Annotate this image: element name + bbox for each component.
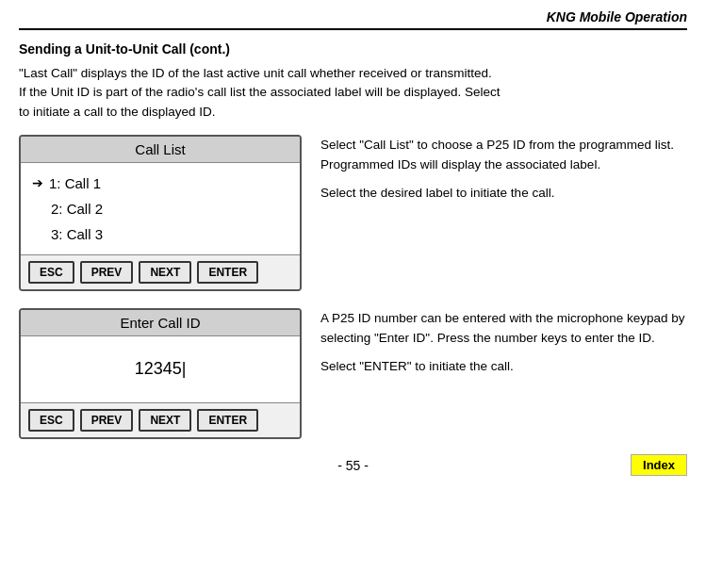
prev-button[interactable]: PREV	[80, 261, 134, 284]
enter-call-buttons: ESC PREV NEXT ENTER	[21, 402, 300, 437]
next-button[interactable]: NEXT	[139, 261, 191, 284]
prev-button-2[interactable]: PREV	[80, 409, 134, 432]
call-list-description: Select "Call List" to choose a P25 ID fr…	[320, 135, 687, 291]
header-title: KNG Mobile Operation	[547, 9, 687, 24]
call-list-title: Call List	[21, 137, 300, 163]
esc-button[interactable]: ESC	[28, 261, 74, 284]
page-header: KNG Mobile Operation	[19, 9, 687, 30]
list-item[interactable]: 1: Call 1	[32, 171, 288, 196]
enter-call-panel: Enter Call ID 12345| ESC PREV NEXT ENTER	[19, 308, 302, 439]
enter-button[interactable]: ENTER	[197, 261, 258, 284]
enter-call-title: Enter Call ID	[21, 310, 300, 336]
list-item[interactable]: 3: Call 3	[32, 221, 288, 247]
next-button-2[interactable]: NEXT	[139, 409, 191, 432]
page-number: - 55 -	[337, 458, 369, 473]
enter-call-input-display: 12345|	[21, 336, 300, 402]
call-list-items: 1: Call 1 2: Call 2 3: Call 3	[21, 163, 300, 254]
index-button[interactable]: Index	[631, 454, 687, 476]
enter-call-section: Enter Call ID 12345| ESC PREV NEXT ENTER…	[19, 308, 687, 439]
call-list-section: Call List 1: Call 1 2: Call 2 3: Call 3 …	[19, 135, 687, 291]
intro-text: "Last Call" displays the ID of the last …	[19, 64, 687, 122]
section-title: Sending a Unit-to-Unit Call (cont.)	[19, 41, 687, 57]
esc-button-2[interactable]: ESC	[28, 409, 74, 432]
call-list-panel: Call List 1: Call 1 2: Call 2 3: Call 3 …	[19, 135, 302, 291]
call-list-buttons: ESC PREV NEXT ENTER	[21, 254, 300, 289]
list-item[interactable]: 2: Call 2	[32, 196, 288, 221]
enter-button-2[interactable]: ENTER	[197, 409, 258, 432]
enter-call-description: A P25 ID number can be entered with the …	[320, 308, 687, 439]
page-footer: - 55 - Index	[19, 458, 687, 473]
